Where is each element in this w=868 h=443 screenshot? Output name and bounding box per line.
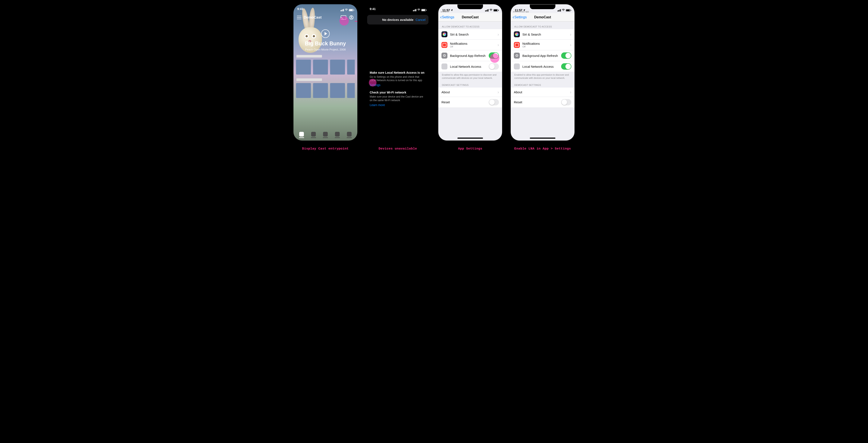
cell-lna: Local Network Access [511, 61, 574, 72]
signal-icon [413, 9, 416, 11]
cell-notifications[interactable]: Notifications Off › [511, 40, 574, 50]
settings-title: DemoCast [534, 15, 551, 19]
tab-item[interactable] [299, 132, 304, 138]
battery-icon [566, 9, 570, 11]
gear-icon [514, 53, 520, 59]
notifications-icon [441, 42, 447, 48]
toggle-reset[interactable] [489, 99, 499, 105]
cell-siri[interactable]: Siri & Search › [511, 29, 574, 40]
caption: Devices unavailable [379, 147, 417, 151]
location-icon [523, 8, 525, 12]
sheet-title: No devices available [382, 18, 413, 22]
cell-reset: Reset [438, 97, 502, 108]
toggle-bg-refresh[interactable] [561, 53, 571, 59]
info-heading-lna: Make sure Local Network Access is on [370, 71, 426, 74]
siri-icon [441, 31, 447, 37]
cell-reset: Reset [511, 97, 574, 108]
battery-icon [493, 9, 498, 11]
back-button[interactable]: ‹ Settings [513, 15, 527, 19]
info-heading-wifi: Check your Wi-Fi network [370, 91, 426, 94]
section-header-app: DEMOCAST SETTINGS [438, 80, 502, 88]
media-tile[interactable] [296, 60, 311, 74]
app-title: DemoCast [304, 15, 321, 20]
settings-link[interactable]: Settings [370, 83, 380, 87]
status-bar: 9:41 [293, 4, 357, 13]
back-button[interactable]: ‹ Settings [440, 15, 454, 19]
status-time: 9:41 [370, 7, 376, 13]
devices-sheet: No devices available Cancel [367, 15, 429, 25]
media-tile[interactable] [347, 83, 355, 98]
tab-item[interactable] [335, 132, 340, 138]
phone-no-devices: 9:41 No devices available Cancel Make su… [366, 4, 430, 140]
signal-icon [485, 9, 489, 11]
play-button[interactable] [321, 29, 330, 38]
media-tile[interactable] [313, 83, 328, 98]
cancel-button[interactable]: Cancel [415, 18, 426, 22]
wifi-icon [417, 8, 421, 12]
media-tile[interactable] [330, 83, 345, 98]
home-indicator[interactable] [458, 137, 483, 139]
info-text-wifi: Make sure your device and the Cast devic… [370, 95, 426, 102]
info-text-lna: Go to Settings on this phone and check t… [370, 75, 426, 82]
chevron-right-icon: › [497, 42, 499, 47]
phone-settings-after: 11:57 ◂ DemoCast app ‹ Settings [511, 4, 575, 140]
media-tile[interactable] [330, 60, 345, 74]
chevron-right-icon: › [570, 32, 571, 37]
chevron-right-icon: › [570, 42, 571, 47]
cell-about[interactable]: About › [511, 88, 574, 97]
learn-more-link[interactable]: Learn more [370, 103, 385, 107]
cell-notifications[interactable]: Notifications Off › [438, 40, 502, 50]
tab-bar [293, 128, 357, 140]
section-header-access: ALLOW DEMOCAST TO ACCESS [511, 22, 574, 29]
status-time: 9:41 [297, 7, 303, 13]
settings-nav-bar: ‹ Settings DemoCast [511, 13, 574, 22]
hero-section: Big Buck Bunny Peach Open Movie Project,… [293, 22, 357, 51]
app-nav-bar: DemoCast [293, 13, 357, 22]
cell-siri[interactable]: Siri & Search › [438, 29, 502, 40]
blank-icon [514, 63, 520, 69]
status-time: 11:57 [515, 8, 522, 12]
settings-title: DemoCast [462, 15, 478, 19]
shelf-1 [293, 51, 357, 74]
menu-icon[interactable] [297, 16, 302, 19]
cast-icon[interactable] [341, 15, 346, 20]
caption: Display Cast entrypoint [302, 147, 349, 151]
wifi-icon [562, 9, 565, 12]
toggle-bg-refresh[interactable] [489, 53, 499, 59]
tab-item[interactable] [323, 132, 328, 138]
home-indicator[interactable] [530, 137, 555, 139]
hero-title: Big Buck Bunny [297, 40, 354, 46]
lna-footer-note: Enabled to allow this app permission to … [438, 72, 502, 80]
chevron-right-icon: › [570, 90, 571, 95]
toggle-lna[interactable] [561, 63, 571, 70]
toggle-lna[interactable] [489, 63, 499, 70]
gear-icon [441, 53, 447, 59]
battery-icon [349, 9, 353, 11]
wifi-icon [489, 9, 493, 12]
media-tile[interactable] [313, 60, 328, 74]
settings-nav-bar: ‹ Settings DemoCast [438, 13, 502, 22]
lna-footer-note: Enabled to allow this app permission to … [511, 72, 574, 80]
shelf-label-placeholder [297, 55, 322, 58]
cell-about[interactable]: About › [438, 88, 502, 97]
phone-app-home: 9:41 DemoCast [293, 4, 357, 140]
status-bar: 9:41 [366, 4, 430, 13]
battery-icon [421, 9, 426, 11]
status-time: 11:57 [442, 8, 450, 12]
caption: Enable LNA in App > Settings [514, 147, 571, 151]
location-icon [451, 8, 453, 12]
shelf-2 [293, 74, 357, 98]
media-tile[interactable] [296, 83, 311, 98]
tab-item[interactable] [347, 132, 352, 138]
wifi-icon [345, 8, 348, 12]
profile-icon[interactable] [349, 15, 354, 20]
phone-settings-before: 11:57 ◂ Search ‹ Settings [438, 4, 502, 140]
hero-subtitle: Peach Open Movie Project, 2008 [297, 48, 354, 51]
troubleshoot-info: Make sure Local Network Access is on Go … [366, 71, 430, 107]
media-tile[interactable] [347, 60, 355, 74]
caption: App Settings [458, 147, 482, 151]
chevron-right-icon: › [497, 32, 499, 37]
toggle-reset[interactable] [561, 99, 571, 105]
cell-bg-refresh: Background App Refresh [511, 50, 574, 61]
tab-item[interactable] [311, 132, 316, 138]
